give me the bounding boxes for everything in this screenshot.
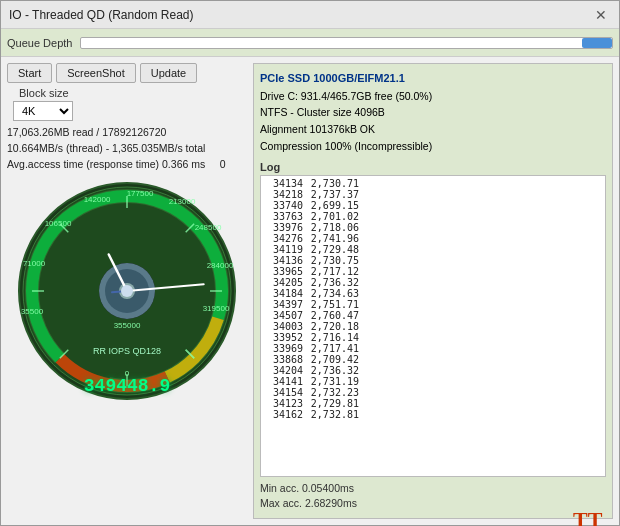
left-panel: Start ScreenShot Update Block size 4K 17… <box>7 63 247 519</box>
queue-depth-bar: Queue Depth <box>1 29 619 57</box>
log-row: 339692,717.41 <box>265 343 601 354</box>
device-line1: Drive C: 931.4/465.7GB free (50.0%) <box>260 88 606 105</box>
start-button[interactable]: Start <box>7 63 52 83</box>
update-button[interactable]: Update <box>140 63 197 83</box>
svg-text:213000: 213000 <box>169 197 196 206</box>
device-line3: Alignment 101376kB OK <box>260 121 606 138</box>
log-row: 340032,720.18 <box>265 321 601 332</box>
device-line2: NTFS - Cluster size 4096B <box>260 104 606 121</box>
device-info: PCIe SSD 1000GB/EIFM21.1 Drive C: 931.4/… <box>260 70 606 155</box>
log-row: 339652,717.12 <box>265 266 601 277</box>
log-row: 343972,751.71 <box>265 299 601 310</box>
log-label: Log <box>260 161 606 173</box>
queue-depth-track[interactable] <box>80 37 613 49</box>
svg-text:106500: 106500 <box>45 219 72 228</box>
log-row: 341842,734.63 <box>265 288 601 299</box>
queue-depth-label: Queue Depth <box>7 37 72 49</box>
gauge: 35500 71000 106500 142000 177500 213000 … <box>12 176 242 406</box>
queue-depth-fill <box>582 38 612 48</box>
log-row: 337632,701.02 <box>265 211 601 222</box>
log-row: 342182,737.37 <box>265 189 601 200</box>
log-row: 345072,760.47 <box>265 310 601 321</box>
svg-text:177500: 177500 <box>127 189 154 198</box>
main-window: IO - Threaded QD (Random Read) ✕ Queue D… <box>0 0 620 526</box>
toolbar: Start ScreenShot Update Block size 4K <box>7 63 247 121</box>
log-row: 341542,732.23 <box>265 387 601 398</box>
gauge-value: 349448.9 <box>84 376 170 396</box>
svg-text:355000: 355000 <box>114 321 141 330</box>
device-title: PCIe SSD 1000GB/EIFM21.1 <box>260 70 606 88</box>
svg-text:RR IOPS QD128: RR IOPS QD128 <box>93 346 161 356</box>
svg-text:142000: 142000 <box>84 195 111 204</box>
stats-line1: 17,063.26MB read / 17892126720 <box>7 125 247 141</box>
window-title: IO - Threaded QD (Random Read) <box>9 8 194 22</box>
title-bar: IO - Threaded QD (Random Read) ✕ <box>1 1 619 29</box>
screenshot-button[interactable]: ScreenShot <box>56 63 135 83</box>
min-acc: Min acc. 0.05400ms <box>260 481 606 497</box>
log-row: 341412,731.19 <box>265 376 601 387</box>
stats-line3: Avg.access time (response time) 0.366 ms… <box>7 157 247 173</box>
tt-logo: TT <box>573 505 609 526</box>
log-row: 338682,709.42 <box>265 354 601 365</box>
block-size-select[interactable]: 4K <box>13 101 73 121</box>
svg-text:TT: TT <box>573 507 603 526</box>
log-row: 342052,736.32 <box>265 277 601 288</box>
log-row: 341192,729.48 <box>265 244 601 255</box>
svg-text:284000: 284000 <box>207 261 234 270</box>
device-line4: Compression 100% (Incompressible) <box>260 138 606 155</box>
svg-text:319500: 319500 <box>203 304 230 313</box>
svg-text:248500: 248500 <box>195 223 222 232</box>
log-row: 342762,741.96 <box>265 233 601 244</box>
svg-point-33 <box>121 285 133 297</box>
svg-text:35500: 35500 <box>21 307 44 316</box>
close-button[interactable]: ✕ <box>591 5 611 25</box>
log-area[interactable]: 341342,730.71342182,737.37337402,699.153… <box>260 175 606 477</box>
log-row: 337402,699.15 <box>265 200 601 211</box>
right-panel: PCIe SSD 1000GB/EIFM21.1 Drive C: 931.4/… <box>253 63 613 519</box>
log-row: 339522,716.14 <box>265 332 601 343</box>
log-row: 339762,718.06 <box>265 222 601 233</box>
stats-line2: 10.664MB/s (thread) - 1,365.035MB/s tota… <box>7 141 247 157</box>
svg-text:71000: 71000 <box>23 259 46 268</box>
log-row: 341362,730.75 <box>265 255 601 266</box>
max-acc: Max acc. 2.68290ms <box>260 496 606 512</box>
log-row: 342042,736.32 <box>265 365 601 376</box>
stats-block: 17,063.26MB read / 17892126720 10.664MB/… <box>7 125 247 172</box>
log-row: 341342,730.71 <box>265 178 601 189</box>
block-size-label: Block size <box>19 87 73 99</box>
log-row: 341622,732.81 <box>265 409 601 420</box>
footer-stats: Min acc. 0.05400ms Max acc. 2.68290ms <box>260 481 606 513</box>
main-content: Start ScreenShot Update Block size 4K 17… <box>1 57 619 525</box>
log-row: 341232,729.81 <box>265 398 601 409</box>
